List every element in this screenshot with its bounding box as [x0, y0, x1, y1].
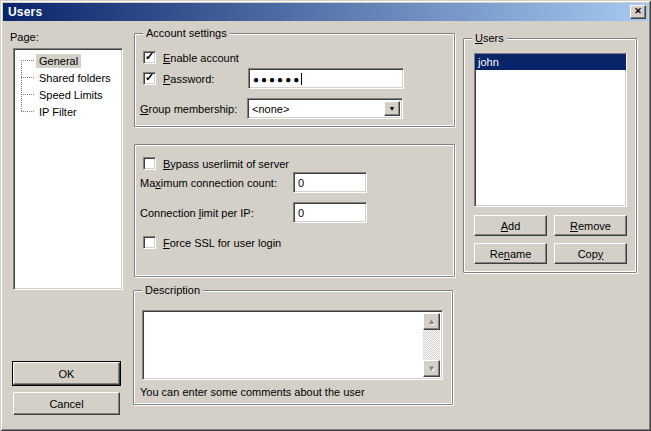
- users-list[interactable]: john: [474, 53, 627, 207]
- remove-user-button[interactable]: Remove: [554, 215, 627, 236]
- text-caret: [301, 73, 302, 85]
- checkmark-icon: ✓: [145, 72, 154, 83]
- bypass-userlimit-checkbox[interactable]: ✓: [143, 157, 156, 170]
- group-membership-value: <none>: [252, 103, 289, 115]
- tree-item-shared-folders[interactable]: Shared folders: [14, 69, 122, 86]
- scroll-up-icon: ▲: [428, 318, 436, 326]
- password-value: ●●●●●●: [253, 74, 301, 85]
- window-title: Users: [8, 5, 42, 19]
- close-button[interactable]: ✕: [630, 5, 646, 19]
- password-label[interactable]: Password:: [163, 73, 214, 85]
- description-hint: You can enter some comments about the us…: [140, 386, 365, 398]
- ok-button[interactable]: OK: [13, 362, 120, 385]
- enable-account-row: ✓ Enable account: [143, 51, 239, 64]
- scroll-up-button[interactable]: ▲: [423, 313, 440, 330]
- description-scrollbar[interactable]: ▲ ▼: [423, 313, 440, 377]
- force-ssl-row: ✓ Force SSL for user login: [143, 236, 281, 249]
- bypass-userlimit-row: ✓ Bypass userlimit of server: [143, 157, 289, 170]
- scrollbar-track[interactable]: [423, 330, 440, 360]
- chevron-down-icon: ▼: [389, 105, 396, 112]
- password-row: ✓ Password:: [143, 72, 214, 85]
- page-tree[interactable]: General Shared folders Speed Limits IP F…: [13, 48, 123, 290]
- force-ssl-label[interactable]: Force SSL for user login: [163, 237, 281, 249]
- cancel-button[interactable]: Cancel: [13, 392, 120, 415]
- enable-account-checkbox[interactable]: ✓: [143, 51, 156, 64]
- copy-user-button[interactable]: Copy: [554, 243, 627, 264]
- connection-limit-ip-label: Connection limit per IP:: [140, 207, 254, 219]
- page-label: Page:: [10, 31, 39, 43]
- rename-user-button[interactable]: Rename: [474, 243, 547, 264]
- group-membership-select[interactable]: <none> ▼: [247, 98, 403, 119]
- password-checkbox[interactable]: ✓: [143, 72, 156, 85]
- tree-item-speed-limits[interactable]: Speed Limits: [14, 86, 122, 103]
- account-settings-title: Account settings: [143, 27, 230, 40]
- scroll-down-button[interactable]: ▼: [423, 360, 440, 377]
- group-membership-label: Group membership:: [140, 103, 237, 115]
- tree-item-ip-filter[interactable]: IP Filter: [14, 103, 122, 120]
- user-list-item-john[interactable]: john: [475, 54, 626, 70]
- add-user-button[interactable]: Add: [474, 215, 547, 236]
- enable-account-label[interactable]: Enable account: [163, 52, 239, 64]
- bypass-userlimit-label[interactable]: Bypass userlimit of server: [163, 158, 289, 170]
- scroll-down-icon: ▼: [428, 365, 436, 373]
- titlebar[interactable]: Users: [3, 3, 648, 21]
- connection-limit-ip-value: 0: [298, 207, 304, 219]
- dropdown-button[interactable]: ▼: [384, 101, 400, 116]
- max-connection-input[interactable]: 0: [293, 172, 367, 193]
- max-connection-value: 0: [298, 177, 304, 189]
- users-dialog: Users ✕ Page: General Shared folders Spe…: [0, 0, 651, 431]
- max-connection-label: Maximum connection count:: [140, 177, 277, 189]
- tree-item-general[interactable]: General: [14, 52, 122, 69]
- checkmark-icon: ✓: [145, 51, 154, 62]
- users-group-title: Users: [472, 32, 507, 45]
- description-title: Description: [142, 284, 203, 297]
- force-ssl-checkbox[interactable]: ✓: [143, 236, 156, 249]
- close-icon: ✕: [634, 7, 642, 16]
- description-textarea[interactable]: ▲ ▼: [142, 310, 443, 380]
- connection-limit-ip-input[interactable]: 0: [293, 202, 367, 223]
- password-input[interactable]: ●●●●●●: [248, 68, 404, 89]
